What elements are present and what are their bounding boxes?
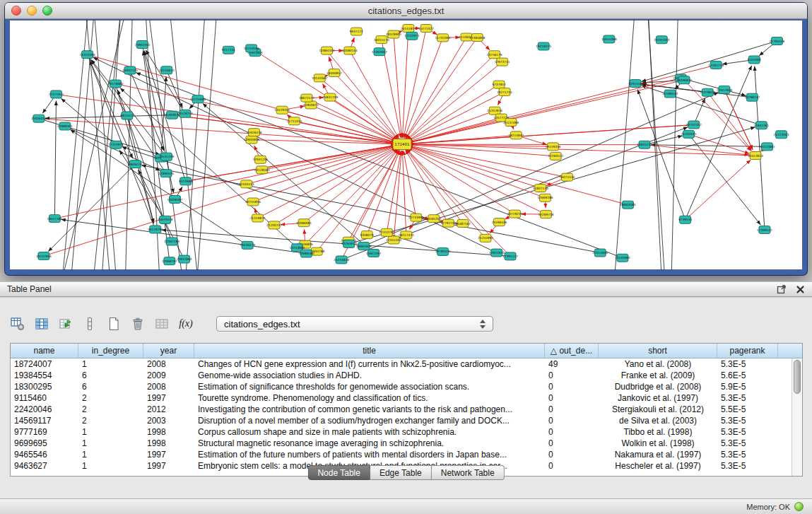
graph-node[interactable]: 10086981 <box>296 219 312 227</box>
graph-node[interactable]: 17484808 <box>469 34 485 42</box>
graph-node[interactable]: 20186143 <box>662 90 678 98</box>
graph-node[interactable]: 10747502 <box>686 121 702 129</box>
graph-node[interactable]: 13264813 <box>341 240 357 247</box>
graph-node[interactable]: 25137488 <box>503 118 519 126</box>
table-row[interactable]: 946554611997Estimation of the future num… <box>11 449 792 460</box>
graph-node[interactable]: 17092718 <box>708 61 724 69</box>
table-scrollbar[interactable] <box>792 358 802 476</box>
graph-node[interactable]: 21200752 <box>266 221 282 229</box>
zoom-window-button[interactable] <box>42 6 52 16</box>
column-header-in_degree[interactable]: in_degree <box>78 344 143 358</box>
graph-node[interactable]: 22841361 <box>753 122 769 129</box>
graph-node[interactable]: 13244610 <box>159 66 175 74</box>
graph-node[interactable]: 12260522 <box>548 152 563 160</box>
graph-node[interactable]: 24244848 <box>334 256 349 264</box>
graph-node[interactable]: 25255991 <box>478 234 493 242</box>
graph-node[interactable]: 24646231 <box>127 160 143 168</box>
column-header-title[interactable]: title <box>194 344 545 358</box>
graph-node[interactable]: 12451343 <box>386 236 401 244</box>
graph-node[interactable]: 22890434 <box>158 170 174 177</box>
column-header-name[interactable]: name <box>11 344 78 358</box>
graph-node[interactable]: 9338079 <box>360 231 374 239</box>
graph-node[interactable]: 18997606 <box>356 243 372 250</box>
graph-node[interactable]: 17232971 <box>404 32 420 40</box>
graph-node[interactable]: 21795518 <box>769 37 784 45</box>
table-row[interactable]: 1938455462009Genome-wide association stu… <box>11 370 792 381</box>
graph-node[interactable]: 24596436 <box>491 218 507 226</box>
graph-node[interactable]: 15655088 <box>601 35 617 43</box>
graph-node[interactable]: 18671572 <box>299 94 314 102</box>
graph-node[interactable]: 18214847 <box>508 132 524 139</box>
show-columns-button[interactable] <box>33 315 51 333</box>
table-settings-button[interactable] <box>8 315 27 333</box>
column-header-year[interactable]: year <box>143 344 194 358</box>
graph-node[interactable]: 24753566 <box>244 45 259 52</box>
graph-node[interactable]: 18427385 <box>47 215 62 223</box>
graph-node[interactable]: 17323921 <box>108 141 124 148</box>
graph-node[interactable]: 22968787 <box>162 257 177 265</box>
graph-node[interactable]: 11702063 <box>435 34 451 42</box>
graph-node[interactable]: 17391127 <box>502 252 518 260</box>
graph-node[interactable]: 10581352 <box>426 215 442 223</box>
graph-node[interactable]: 9737857 <box>493 81 506 88</box>
close-window-button[interactable] <box>11 6 21 16</box>
graph-node[interactable]: 11850673 <box>303 101 319 109</box>
graph-node[interactable]: 22014800 <box>592 249 608 257</box>
graph-node[interactable]: 22377911 <box>49 90 64 98</box>
tab-edge-table[interactable]: Edge Table <box>370 465 432 480</box>
graph-node[interactable]: 15922497 <box>366 249 382 257</box>
graph-node[interactable]: 24353369 <box>80 51 95 59</box>
function-builder-button[interactable]: f(x) <box>177 315 195 333</box>
graph-node[interactable]: 23531109 <box>159 153 175 160</box>
graph-node[interactable]: 16487162 <box>455 219 471 227</box>
graph-node[interactable]: 22062183 <box>164 238 180 245</box>
graph-node[interactable]: 11711014 <box>287 117 302 125</box>
tab-network-table[interactable]: Network Table <box>432 465 505 480</box>
graph-node[interactable]: 16071516 <box>560 173 575 181</box>
graph-node[interactable]: 9291158 <box>628 80 642 88</box>
graph-node[interactable]: 11357876 <box>487 107 502 115</box>
graph-node[interactable]: 20201003 <box>654 36 669 44</box>
tab-node-table[interactable]: Node Table <box>307 465 370 480</box>
graph-node[interactable]: 24141857 <box>401 25 416 33</box>
graph-node[interactable]: 20755856 <box>245 198 261 206</box>
graph-node[interactable]: 9323989 <box>179 177 192 185</box>
graph-node[interactable]: 9739535 <box>678 216 692 223</box>
table-source-select[interactable]: citations_edges.txt <box>216 316 493 332</box>
graph-node[interactable]: 23912860 <box>177 255 192 263</box>
graph-node[interactable]: 17399522 <box>757 226 772 234</box>
graph-node[interactable]: 19528905 <box>386 30 401 38</box>
graph-node[interactable]: 13128583 <box>254 166 270 174</box>
graph-node[interactable]: 11504553 <box>239 180 254 188</box>
graph-node[interactable]: 15272427 <box>418 25 434 33</box>
table-row[interactable]: 1456911722003Disruption of a novel membe… <box>11 415 792 426</box>
graph-node[interactable]: 24006837 <box>676 76 692 84</box>
graph-node[interactable]: 17464667 <box>372 48 387 56</box>
graph-node[interactable]: 10080144 <box>342 47 358 54</box>
graph-node[interactable]: 13900808 <box>244 136 259 144</box>
graph-node[interactable]: 17792759 <box>440 219 456 227</box>
graph-node[interactable]: 9937172 <box>350 28 363 35</box>
delete-button[interactable] <box>129 315 147 333</box>
graph-node[interactable]: 23142680 <box>615 254 630 262</box>
graph-node[interactable]: 24636679 <box>240 241 255 249</box>
graph-node[interactable]: 19147966 <box>36 252 52 260</box>
graph-node[interactable]: 16315170 <box>374 36 389 44</box>
graph-node[interactable]: 21319877 <box>250 214 266 222</box>
graph-node[interactable]: 14529354 <box>274 106 290 114</box>
graph-node[interactable]: 19218375 <box>536 42 551 50</box>
table-row[interactable]: 969969511998Structural magnetic resonanc… <box>11 438 792 449</box>
column-header-pagerank[interactable]: pagerank <box>717 344 778 358</box>
graph-node[interactable]: 12973711 <box>495 58 510 66</box>
graph-node[interactable]: 22931201 <box>252 156 268 163</box>
graph-node[interactable]: 24578880 <box>107 80 123 88</box>
graph-node[interactable]: 16271751 <box>497 88 512 95</box>
graph-node[interactable]: 23557908 <box>717 86 732 93</box>
graph-node[interactable]: 10142662 <box>312 74 327 82</box>
network-window[interactable]: citations_edges.txt 19159316122605221607… <box>5 3 807 275</box>
graph-node[interactable]: 18663080 <box>620 201 636 209</box>
graph-node[interactable]: 9205060 <box>748 56 761 64</box>
table-row[interactable]: 977716911998Corpus callosum shape and si… <box>11 426 792 438</box>
graph-node[interactable]: 14269718 <box>539 211 554 218</box>
graph-node[interactable]: 16478296 <box>148 226 163 233</box>
